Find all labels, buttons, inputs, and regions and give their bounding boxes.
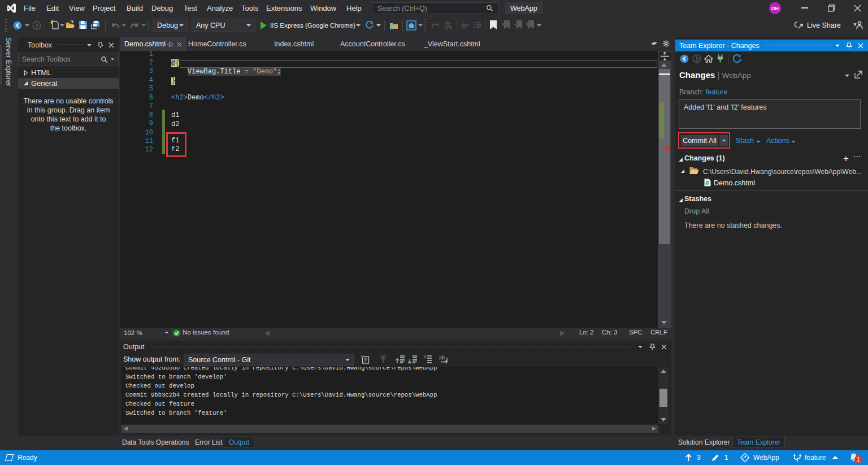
svg-text:@: @ [706,181,710,185]
svg-text:ab: ab [439,355,445,361]
